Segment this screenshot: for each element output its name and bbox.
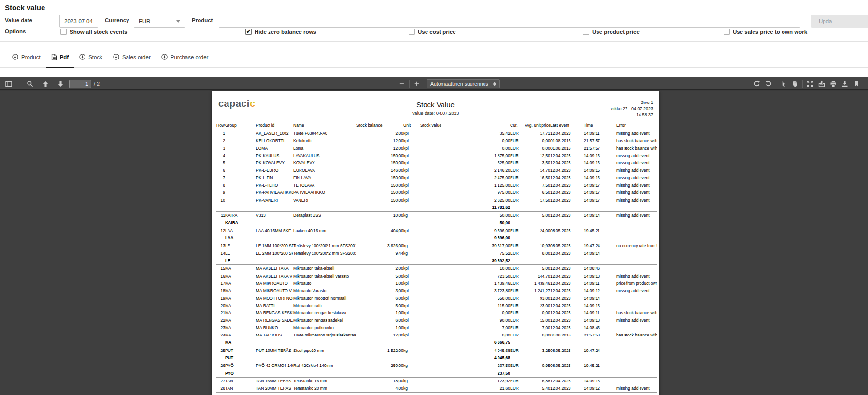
- report-row: 13LELE 1MM 100*200 SFS2001Teräslevy 100*…: [216, 242, 657, 250]
- report-group-separator: [216, 393, 657, 395]
- page-up-icon: [43, 81, 49, 87]
- checkbox-label: Use sales price to own work: [733, 29, 807, 35]
- report-title: Stock Value: [212, 101, 659, 109]
- report-subtotal-row: PYÖ237,50: [216, 370, 657, 378]
- stock-value-page: Stock value Value date Currency EUR Prod…: [0, 0, 868, 395]
- find-button[interactable]: [24, 78, 36, 89]
- hide-zero-balance-checkbox[interactable]: ✔: [245, 29, 252, 35]
- bookmark-button[interactable]: [851, 78, 862, 89]
- zoom-in-button[interactable]: [411, 78, 423, 89]
- tab-pdf[interactable]: Pdf: [46, 46, 74, 67]
- report-meta: Sivu 1 viikko 27 - 04.07.2023 14:58:37: [611, 100, 653, 118]
- zoom-in-icon: [414, 81, 420, 87]
- sidebar-toggle-icon: [5, 81, 12, 87]
- zoom-level-select[interactable]: Automaattinen suurennus: [427, 79, 500, 88]
- report-subtotal-row: 11 781,62: [216, 204, 657, 212]
- report-row: 3LOMALoma12,00kpl0,00EUR0,0001.08.201621…: [216, 145, 657, 152]
- report-row: 1AK_LASER_1002Tuote F638443-A02,00kpl35,…: [216, 130, 657, 138]
- tab-stock[interactable]: Stock: [74, 46, 108, 67]
- toolbar-separator: [802, 80, 803, 88]
- rotate-counterclockwise-icon: [765, 80, 772, 87]
- report-table: RowGroupProduct idNameStock balanceUnitS…: [216, 121, 657, 395]
- report-column-header: Group: [225, 121, 256, 130]
- report-row: 18MAMA MIKROAUTO VMikroauto Varasto3,00k…: [216, 287, 657, 294]
- download-button[interactable]: [839, 78, 851, 89]
- report-column-header: Avg. unit price: [525, 121, 550, 130]
- use-sales-price-checkbox[interactable]: ✔: [724, 29, 730, 35]
- report-subtotal-row: MA6 666,75: [216, 339, 657, 347]
- toolbar-right-group: [751, 77, 866, 90]
- print-icon: [830, 80, 837, 87]
- pdf-canvas[interactable]: capacic Stock Value Value date: 04.07.20…: [0, 90, 868, 395]
- checkbox-label: Use cost price: [418, 29, 456, 35]
- rotate-counterclockwise-button[interactable]: [763, 78, 774, 89]
- report-row: 12LAALAA 40/16MM SKFLaakeri 40/16 mm404,…: [216, 227, 657, 234]
- report-row: 22MAMA RENGAS SADEKELIMikroauton rengas …: [216, 317, 657, 324]
- tab-product[interactable]: Product: [7, 46, 46, 67]
- checkbox-group-use-cost-price: ✔ Use cost price: [409, 29, 456, 35]
- options-row: Options ✔ Show all stock events ✔ Hide z…: [0, 29, 868, 36]
- circle-arrow-down-icon: [161, 54, 168, 60]
- report-page-number: Sivu 1: [611, 100, 653, 106]
- page-number-input[interactable]: [69, 80, 91, 88]
- use-cost-price-checkbox[interactable]: ✔: [409, 29, 415, 35]
- report-row: 17MAMA MIKROAUTOMikroauto1,00kpl1 439,46…: [216, 280, 657, 287]
- report-column-header: Error: [616, 121, 657, 130]
- report-row: 8PK-L-TEHOTEHOLAVA150,00kpl1 125,00EUR7,…: [216, 182, 657, 189]
- report-column-header: Product id: [256, 121, 293, 130]
- search-icon: [27, 80, 33, 87]
- cursor-tool-icon: [781, 81, 787, 87]
- rotate-clockwise-button[interactable]: [751, 78, 763, 89]
- zoom-out-button[interactable]: [396, 78, 408, 89]
- report-row: 27TANTAN 16MM TERÄSTerästanko 16 mm18,00…: [216, 377, 657, 385]
- report-column-header: Name: [293, 121, 356, 130]
- hand-tool-icon: [792, 80, 798, 87]
- toolbar-separator: [776, 80, 776, 88]
- report-row: 23MAMA RUNKOMikroauton putkirunko1,00kpl…: [216, 324, 657, 332]
- tab-sales-order[interactable]: Sales order: [108, 46, 156, 67]
- report-column-header: Last event: [550, 121, 584, 130]
- presentation-mode-icon: [807, 80, 813, 87]
- tab-label: Purchase order: [171, 54, 209, 60]
- tab-bar: Product Pdf Stock Sales order Purchase o…: [0, 46, 868, 68]
- checkmark-icon: ✔: [246, 29, 251, 34]
- options-label: Options: [5, 29, 26, 34]
- checkbox-label: Use product price: [592, 29, 640, 35]
- report-subtitle: Value date: 04.07.2023: [212, 110, 659, 116]
- product-input[interactable]: [219, 15, 800, 28]
- open-file-button[interactable]: [816, 78, 827, 89]
- presentation-mode-button[interactable]: [804, 78, 816, 89]
- show-all-stock-events-checkbox[interactable]: ✔: [60, 29, 67, 35]
- report-row: 6PK-L-EUROEUROLAVA146,00kpl2 146,20EUR14…: [216, 167, 657, 174]
- report-row: 28TANTAN 20MM TERÄSTerästanko 20 mm4,00k…: [216, 385, 657, 393]
- report-row: 2KELLOKORTTIKellokortti12,00kpl0,00EUR0,…: [216, 137, 657, 145]
- circle-arrow-down-icon: [113, 54, 119, 60]
- next-page-button[interactable]: [55, 78, 66, 89]
- open-file-icon: [818, 80, 825, 87]
- value-date-input[interactable]: [59, 15, 98, 28]
- page-title: Stock value: [5, 3, 45, 12]
- sidebar-toggle-button[interactable]: [3, 78, 14, 89]
- use-product-price-checkbox[interactable]: ✔: [583, 29, 589, 35]
- report-row: 9PK-PAHVILAATIKKOPAHVILAATIKKO150,00kpl9…: [216, 189, 657, 196]
- checkbox-group-use-product-price: ✔ Use product price: [583, 29, 640, 35]
- toolbar-separator: [53, 80, 53, 88]
- pdf-file-icon: [51, 54, 57, 60]
- chevron-down-icon: [176, 20, 180, 23]
- select-arrows-icon: [493, 82, 496, 86]
- report-header-row: RowGroupProduct idNameStock balanceUnitS…: [216, 121, 657, 130]
- tab-purchase-order[interactable]: Purchase order: [156, 46, 214, 67]
- report-column-header: Stock value: [420, 121, 510, 130]
- cursor-tool-button[interactable]: [778, 78, 789, 89]
- report-row: 5PK-KOVALEVYKOVALEVY150,00kpl525,00EUR3,…: [216, 160, 657, 167]
- bookmark-icon: [854, 81, 860, 87]
- hand-tool-button[interactable]: [789, 78, 801, 89]
- report-row: 14LELE 2MM 100*200 SFS2001Teräslevy 100*…: [216, 250, 657, 257]
- update-button[interactable]: Upda: [811, 15, 868, 28]
- currency-select[interactable]: EUR: [134, 15, 185, 28]
- previous-page-button[interactable]: [40, 78, 51, 89]
- currency-label: Currency: [105, 17, 129, 23]
- report-column-header: Time: [584, 121, 616, 130]
- print-button[interactable]: [827, 78, 839, 89]
- report-row: 26PYÖPYÖ 42 CRMO4 140Rail 42CrMo4 140mm2…: [216, 362, 657, 370]
